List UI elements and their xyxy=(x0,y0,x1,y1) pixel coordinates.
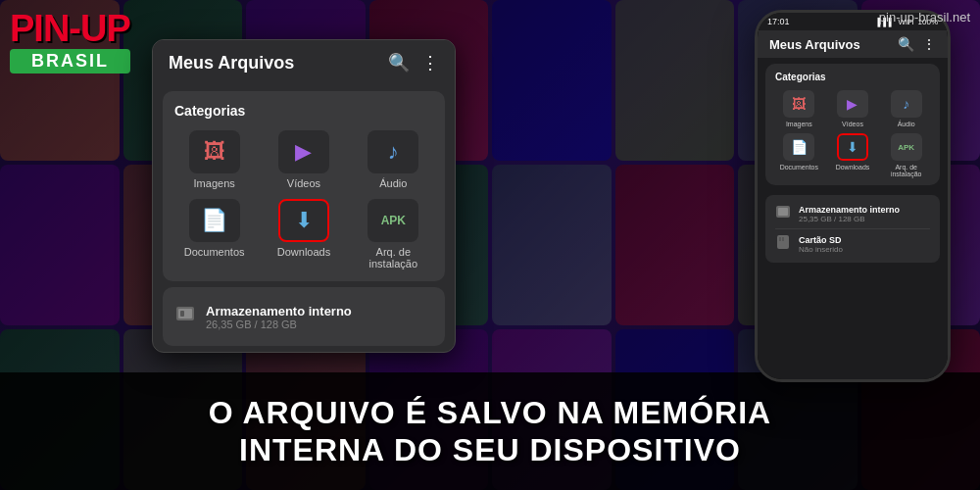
more-options-icon[interactable]: ⋮ xyxy=(421,52,439,74)
svg-rect-2 xyxy=(180,311,184,317)
large-imagens-name: Imagens xyxy=(786,121,812,127)
internal-storage-text: Armazenamento interno 26,35 GB / 128 GB xyxy=(206,304,433,330)
large-cat-audio[interactable]: ♪ Áudio xyxy=(882,90,930,127)
large-sd-icon xyxy=(775,234,791,254)
storage-internal[interactable]: Armazenamento interno 26,35 GB / 128 GB xyxy=(174,297,433,336)
audio-icon: ♪ xyxy=(368,130,418,173)
logo-brasil: BRASIL xyxy=(10,49,130,74)
large-downloads-icon: ⬇ xyxy=(837,133,868,161)
popup-storage-section: Armazenamento interno 26,35 GB / 128 GB xyxy=(163,287,445,346)
large-apk-name: Arq. de instalação xyxy=(882,164,930,177)
logo-area: PIN-UP BRASIL xyxy=(10,10,130,74)
videos-label: Vídeos xyxy=(287,177,320,189)
imagens-label: Imagens xyxy=(194,177,235,189)
apk-label: Arq. de instalação xyxy=(354,246,433,270)
popup-header: Meus Arquivos 🔍 ⋮ xyxy=(153,40,455,85)
large-cat-grid: 🖼 Imagens ▶ Vídeos ♪ Áudio 📄 Documentos xyxy=(775,90,930,177)
status-time: 17:01 xyxy=(767,17,790,26)
category-downloads[interactable]: ⬇ Downloads xyxy=(264,199,343,270)
bottom-overlay: O ARQUIVO É SALVO NA MEMÓRIA INTERNA DO … xyxy=(0,372,980,490)
large-videos-name: Vídeos xyxy=(842,121,863,127)
storage-divider xyxy=(775,228,930,229)
search-icon-large[interactable]: 🔍 xyxy=(898,36,914,52)
category-imagens[interactable]: 🖼 Imagens xyxy=(174,130,254,189)
svg-rect-4 xyxy=(778,208,788,216)
large-documentos-name: Documentos xyxy=(780,164,818,171)
large-phone-header-icons: 🔍 ⋮ xyxy=(898,36,936,52)
large-phone-title: Meus Arquivos xyxy=(769,37,860,52)
categories-label: Categorias xyxy=(174,103,433,119)
large-phone-header: Meus Arquivos 🔍 ⋮ xyxy=(758,30,948,58)
category-videos[interactable]: ▶ Vídeos xyxy=(264,130,343,189)
category-audio[interactable]: ♪ Áudio xyxy=(354,130,433,189)
documentos-label: Documentos xyxy=(184,246,245,258)
large-videos-icon: ▶ xyxy=(837,90,868,118)
large-cat-apk[interactable]: APK Arq. de instalação xyxy=(882,133,930,177)
large-audio-icon: ♪ xyxy=(891,90,922,118)
large-imagens-icon: 🖼 xyxy=(783,90,814,118)
large-cat-label: Categorias xyxy=(775,72,930,82)
large-storage-name-sd: Cartão SD xyxy=(799,235,930,245)
apk-icon: APK xyxy=(368,199,418,242)
large-storage-text-sd: Cartão SD Não inserido xyxy=(799,235,930,254)
large-storage-size-internal: 25,35 GB / 128 GB xyxy=(799,215,930,223)
large-cat-imagens[interactable]: 🖼 Imagens xyxy=(775,90,823,127)
large-cat-downloads[interactable]: ⬇ Downloads xyxy=(829,133,877,177)
internal-storage-name: Armazenamento interno xyxy=(206,304,433,318)
search-icon[interactable]: 🔍 xyxy=(388,52,410,74)
large-audio-name: Áudio xyxy=(898,121,915,127)
internal-storage-icon xyxy=(174,303,196,330)
documentos-icon: 📄 xyxy=(189,199,240,242)
category-apk[interactable]: APK Arq. de instalação xyxy=(354,199,433,270)
internal-storage-size: 26,35 GB / 128 GB xyxy=(206,318,433,330)
phone-large: 17:01 ▌▌▌ WiFi 100% Meus Arquivos 🔍 ⋮ Ca… xyxy=(755,10,951,382)
large-downloads-name: Downloads xyxy=(836,164,870,171)
logo-pin-text: PIN-UP xyxy=(10,8,130,49)
large-storage-internal[interactable]: Armazenamento interno 25,35 GB / 128 GB xyxy=(775,201,930,226)
svg-rect-6 xyxy=(779,237,781,241)
downloads-label: Downloads xyxy=(277,246,330,258)
categories-grid: 🖼 Imagens ▶ Vídeos ♪ Áudio 📄 Documentos … xyxy=(174,130,433,270)
website-label: pin-up-brasil.net xyxy=(879,10,970,24)
bottom-line2: INTERNA DO SEU DISPOSITIVO xyxy=(209,431,771,468)
large-storage-text-internal: Armazenamento interno 25,35 GB / 128 GB xyxy=(799,205,930,223)
audio-label: Áudio xyxy=(379,177,407,189)
large-internal-icon xyxy=(775,204,791,223)
bottom-line1: O ARQUIVO É SALVO NA MEMÓRIA xyxy=(209,394,771,431)
logo-pin-up: PIN-UP xyxy=(10,10,130,47)
downloads-icon: ⬇ xyxy=(278,199,329,242)
large-documentos-icon: 📄 xyxy=(783,133,814,161)
large-apk-icon: APK xyxy=(891,133,922,161)
file-manager-screen-large: 17:01 ▌▌▌ WiFi 100% Meus Arquivos 🔍 ⋮ Ca… xyxy=(758,13,948,379)
popup-title: Meus Arquivos xyxy=(169,53,294,74)
videos-icon: ▶ xyxy=(278,130,329,173)
imagens-icon: 🖼 xyxy=(189,130,240,173)
popup-header-icons: 🔍 ⋮ xyxy=(388,52,439,74)
svg-rect-7 xyxy=(782,237,784,241)
bottom-caption: O ARQUIVO É SALVO NA MEMÓRIA INTERNA DO … xyxy=(209,394,771,469)
file-manager-popup: Meus Arquivos 🔍 ⋮ Categorias 🖼 Imagens ▶… xyxy=(152,39,456,353)
popup-categories-section: Categorias 🖼 Imagens ▶ Vídeos ♪ Áudio 📄 … xyxy=(163,91,445,281)
large-storage-name-internal: Armazenamento interno xyxy=(799,205,930,215)
more-icon-large[interactable]: ⋮ xyxy=(922,36,936,52)
large-storage-sd[interactable]: Cartão SD Não inserido xyxy=(775,231,930,257)
large-categories: Categorias 🖼 Imagens ▶ Vídeos ♪ Áudio xyxy=(765,64,940,185)
large-storage-size-sd: Não inserido xyxy=(799,245,930,254)
large-cat-documentos[interactable]: 📄 Documentos xyxy=(775,133,823,177)
phone-screen: 17:01 ▌▌▌ WiFi 100% Meus Arquivos 🔍 ⋮ Ca… xyxy=(758,13,948,379)
large-cat-videos[interactable]: ▶ Vídeos xyxy=(829,90,877,127)
category-documentos[interactable]: 📄 Documentos xyxy=(174,199,254,270)
large-storage: Armazenamento interno 25,35 GB / 128 GB … xyxy=(765,195,940,263)
